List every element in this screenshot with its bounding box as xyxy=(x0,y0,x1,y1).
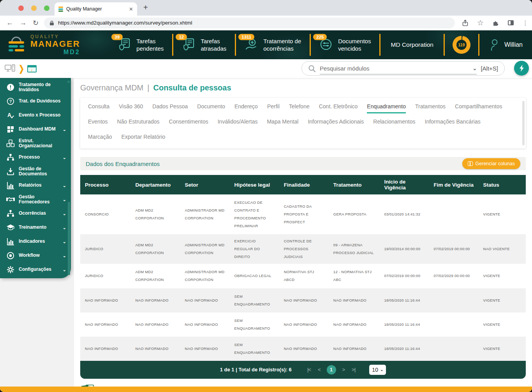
col-tratamento[interactable]: Tratamento xyxy=(329,175,380,194)
sidebar-item-configuracoes[interactable]: Configurações ⌄ xyxy=(0,263,71,277)
col-setor[interactable]: Setor xyxy=(180,175,230,194)
occurrence-treatment-badge[interactable]: 1311 Tratamento deocorrências xyxy=(236,37,310,53)
window-download-icon[interactable]: ↓ xyxy=(27,65,37,72)
minimize-window-button[interactable] xyxy=(31,5,37,11)
sidebar-item-tratamento-invalidos[interactable]: Tratamento de Inválidos xyxy=(0,80,71,94)
col-inicio-vigencia[interactable]: Início de Vigência xyxy=(379,175,429,194)
tab-title: Quality Manager xyxy=(66,6,126,12)
previous-page-icon[interactable]: < xyxy=(318,367,321,373)
tab-perfil[interactable]: Perfil xyxy=(267,103,280,113)
sidebar-item-gestao-documentos[interactable]: Gestão de Documentos xyxy=(0,164,71,178)
tab-invalidos-alertas[interactable]: Inválidos/Alertas xyxy=(218,118,258,129)
chevron-down-icon[interactable]: ⌄ xyxy=(472,65,477,71)
cell: NAO INFORMADO xyxy=(130,288,180,313)
first-page-icon[interactable]: |< xyxy=(307,367,311,373)
reload-icon[interactable]: ↻ xyxy=(33,19,39,27)
tab-cont-eletronico[interactable]: Cont. Eletrônico xyxy=(319,103,358,113)
tab-eventos[interactable]: Eventos xyxy=(88,118,108,129)
module-search[interactable]: ⌄ [Alt+S] xyxy=(301,61,505,76)
score-gauge[interactable]: 119 xyxy=(445,36,478,54)
forward-icon[interactable]: → xyxy=(19,19,26,27)
sidebar-item-treinamento[interactable]: Treinamento ⌄ xyxy=(0,221,71,235)
col-processo[interactable]: Processo xyxy=(80,175,130,194)
table-row[interactable]: NAO INFORMADONAO INFORMADONAO INFORMADOS… xyxy=(80,288,526,313)
tabs-scrollbar[interactable] xyxy=(522,101,525,145)
manage-columns-label: Gerenciar colunas xyxy=(476,161,515,166)
tab-telefone[interactable]: Telefone xyxy=(289,103,310,113)
table-row[interactable]: CONSORCIOADM MD2 CORPORATIONADMINISTRADO… xyxy=(80,194,526,234)
new-tab-button[interactable]: + xyxy=(143,3,148,12)
tab-visao-360[interactable]: Visão 360 xyxy=(119,103,143,113)
col-fim-vigencia[interactable]: Fim de Vigência xyxy=(429,175,478,194)
table-row[interactable]: JURIDICOADM MD2 CORPORATIONADMINISTRADOR… xyxy=(80,234,526,264)
sidebar-item-workflow[interactable]: Workflow ⌄ xyxy=(0,249,71,263)
sidebar-item-estrut-organizacional[interactable]: Estrut. Organizacional xyxy=(0,136,71,150)
tab-relacionamentos[interactable]: Relacionamentos xyxy=(373,118,415,129)
tab-informacoes-bancarias[interactable]: Informações Bancárias xyxy=(425,118,481,129)
search-input[interactable] xyxy=(320,65,472,72)
cell: NAO INFORMADO xyxy=(329,313,380,337)
sidebar-item-evento-processo[interactable]: A Evento x Processo xyxy=(0,108,71,122)
app-logo[interactable]: QUALITY MANAGER MD2 xyxy=(8,34,109,55)
expired-documents-badge[interactable]: 225 Documentosvencidos xyxy=(311,37,379,53)
share-icon[interactable] xyxy=(462,19,469,26)
company-name[interactable]: MD Corporation xyxy=(381,41,443,48)
tab-exportar-relatorio[interactable]: Exportar Relatório xyxy=(121,134,165,144)
chevron-down-icon: ⌄ xyxy=(63,225,66,230)
cell: NAO INFORMADO xyxy=(279,313,329,337)
sidebar-item-trat-duvidosos[interactable]: ? Trat. de Duvidosos xyxy=(0,94,71,108)
tab-mapa-mental[interactable]: Mapa Mental xyxy=(267,118,298,129)
sidebar-item-indicadores[interactable]: Indicadores ⌄ xyxy=(0,235,71,249)
pending-tasks-count: 39 xyxy=(111,34,123,40)
sidebar-item-gestao-fornecedores[interactable]: Gestão Fornecedores ⌄ xyxy=(0,192,71,207)
manage-columns-button[interactable]: Gerenciar colunas xyxy=(462,158,520,169)
sidebar-item-ocorrencias[interactable]: Ocorrências ⌄ xyxy=(0,207,71,221)
browser-tab[interactable]: Quality Manager ✕ xyxy=(55,2,137,16)
tab-consulta[interactable]: Consulta xyxy=(88,103,109,113)
col-status[interactable]: Status xyxy=(479,175,526,194)
table-row[interactable]: NAO INFORMADONAO INFORMADONAO INFORMADOS… xyxy=(80,337,526,361)
late-tasks-badge[interactable]: 12 Tarefasatrasadas xyxy=(173,37,235,53)
svg-text:?: ? xyxy=(9,99,12,104)
sidebar-item-relatorios[interactable]: Relatórios ⌄ xyxy=(0,178,71,192)
extensions-puzzle-icon[interactable] xyxy=(492,19,499,26)
col-finalidade[interactable]: Finalidade xyxy=(279,175,329,194)
sidebar-scrollbar[interactable] xyxy=(68,202,70,275)
bookmark-star-icon[interactable]: ☆ xyxy=(477,18,484,27)
collapse-chevron-icon[interactable]: ❯ xyxy=(19,63,24,74)
last-page-icon[interactable]: >| xyxy=(352,367,355,373)
pending-tasks-badge[interactable]: 39 Tarefaspendentes xyxy=(109,37,172,53)
sidebar-scroll-up-icon[interactable] xyxy=(67,80,70,83)
col-departamento[interactable]: Departamento xyxy=(130,175,180,194)
cell xyxy=(429,313,478,337)
table-row[interactable]: NAO INFORMADONAO INFORMADONAO INFORMADOS… xyxy=(80,313,526,337)
tab-consentimentos[interactable]: Consentimentos xyxy=(169,118,208,129)
col-hipotese-legal[interactable]: Hipótese legal xyxy=(230,175,279,194)
cell: NAO INFORMADO xyxy=(329,288,380,313)
tab-enquadramento[interactable]: Enquadramento xyxy=(367,103,406,113)
close-window-button[interactable] xyxy=(18,5,24,11)
side-panel-icon[interactable] xyxy=(508,20,514,25)
tab-marcacao[interactable]: Marcação xyxy=(88,134,112,144)
current-page-button[interactable]: 1 xyxy=(327,365,336,374)
workstation-icon[interactable] xyxy=(5,64,16,73)
tab-nao-estruturados[interactable]: Não Estruturados xyxy=(117,118,160,129)
sidebar-item-dashboard-mdm[interactable]: Dashboard MDM ⌄ xyxy=(0,122,71,136)
table-row[interactable]: JURIDICOADM MD2 CORPORATIONADMINISTRADOR… xyxy=(80,264,526,288)
page-size-select[interactable]: 10 ⌄ xyxy=(369,365,386,375)
tab-endereco[interactable]: Endereço xyxy=(234,103,258,113)
address-bar[interactable]: https://www.md2qualitymanager.com/survey… xyxy=(44,18,455,28)
browser-menu-icon[interactable]: ⋮ xyxy=(522,19,528,26)
zoom-window-button[interactable] xyxy=(44,5,49,11)
close-tab-icon[interactable]: ✕ xyxy=(129,6,133,12)
tab-compartilhamentos[interactable]: Compartilhamentos xyxy=(455,103,502,113)
tab-informacoes-adicionais[interactable]: Informações Adicionais xyxy=(308,118,364,129)
tab-dados-pessoa[interactable]: Dados Pessoa xyxy=(152,103,188,113)
sidebar-item-processo[interactable]: Processo ⌄ xyxy=(0,150,71,164)
next-page-icon[interactable]: > xyxy=(342,367,345,373)
back-icon[interactable]: ← xyxy=(6,19,13,27)
tab-tratamentos[interactable]: Tratamentos xyxy=(415,103,446,113)
quick-actions-button[interactable] xyxy=(514,61,529,76)
tab-documento[interactable]: Documento xyxy=(197,103,225,113)
user-menu[interactable]: Willian xyxy=(479,39,532,51)
